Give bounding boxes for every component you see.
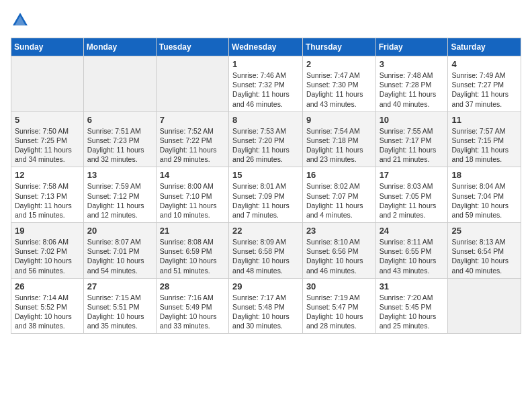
day-info: Sunrise: 7:51 AM Sunset: 7:23 PM Dayligh… xyxy=(87,126,152,165)
calendar-cell: 17Sunrise: 8:03 AM Sunset: 7:05 PM Dayli… xyxy=(375,167,448,223)
calendar-cell: 7Sunrise: 7:52 AM Sunset: 7:22 PM Daylig… xyxy=(156,111,228,167)
day-info: Sunrise: 7:19 AM Sunset: 5:47 PM Dayligh… xyxy=(306,293,372,331)
day-number: 26 xyxy=(15,281,80,291)
day-info: Sunrise: 8:00 AM Sunset: 7:10 PM Dayligh… xyxy=(160,181,225,220)
page-header xyxy=(11,11,521,30)
day-number: 2 xyxy=(306,59,372,69)
weekday-header-monday: Monday xyxy=(83,38,156,56)
day-info: Sunrise: 8:01 AM Sunset: 7:09 PM Dayligh… xyxy=(232,181,299,220)
calendar-week-2: 5Sunrise: 7:50 AM Sunset: 7:25 PM Daylig… xyxy=(11,111,521,167)
day-number: 1 xyxy=(232,59,299,69)
day-number: 16 xyxy=(306,170,372,180)
day-number: 12 xyxy=(15,170,80,180)
day-number: 21 xyxy=(160,226,225,236)
day-number: 13 xyxy=(87,170,152,180)
calendar-cell: 25Sunrise: 8:13 AM Sunset: 6:54 PM Dayli… xyxy=(448,223,521,279)
calendar-cell: 4Sunrise: 7:49 AM Sunset: 7:27 PM Daylig… xyxy=(448,56,521,112)
day-number: 14 xyxy=(160,170,225,180)
calendar-cell xyxy=(11,56,84,112)
calendar-cell: 13Sunrise: 7:59 AM Sunset: 7:12 PM Dayli… xyxy=(83,167,156,223)
day-number: 29 xyxy=(232,281,299,291)
calendar-cell xyxy=(156,56,228,112)
day-info: Sunrise: 7:59 AM Sunset: 7:12 PM Dayligh… xyxy=(87,181,152,220)
day-number: 31 xyxy=(380,281,445,291)
calendar-cell: 27Sunrise: 7:15 AM Sunset: 5:51 PM Dayli… xyxy=(83,278,156,334)
day-info: Sunrise: 7:14 AM Sunset: 5:52 PM Dayligh… xyxy=(15,293,80,331)
day-info: Sunrise: 7:55 AM Sunset: 7:17 PM Dayligh… xyxy=(380,126,445,165)
calendar-cell: 23Sunrise: 8:10 AM Sunset: 6:56 PM Dayli… xyxy=(302,223,375,279)
day-info: Sunrise: 7:48 AM Sunset: 7:28 PM Dayligh… xyxy=(380,71,445,109)
calendar-cell: 18Sunrise: 8:04 AM Sunset: 7:04 PM Dayli… xyxy=(448,167,521,223)
day-number: 17 xyxy=(380,170,445,180)
day-info: Sunrise: 7:50 AM Sunset: 7:25 PM Dayligh… xyxy=(15,126,80,165)
weekday-header-tuesday: Tuesday xyxy=(156,38,228,56)
weekday-header-sunday: Sunday xyxy=(11,38,84,56)
day-info: Sunrise: 7:54 AM Sunset: 7:18 PM Dayligh… xyxy=(306,126,372,165)
day-number: 22 xyxy=(232,226,299,236)
day-number: 7 xyxy=(160,115,225,125)
calendar-cell: 22Sunrise: 8:09 AM Sunset: 6:58 PM Dayli… xyxy=(229,223,303,279)
day-info: Sunrise: 8:07 AM Sunset: 7:01 PM Dayligh… xyxy=(87,237,152,275)
calendar-week-1: 1Sunrise: 7:46 AM Sunset: 7:32 PM Daylig… xyxy=(11,56,521,112)
day-info: Sunrise: 8:10 AM Sunset: 6:56 PM Dayligh… xyxy=(306,237,372,275)
day-number: 9 xyxy=(306,115,372,125)
calendar-cell: 3Sunrise: 7:48 AM Sunset: 7:28 PM Daylig… xyxy=(375,56,448,112)
day-info: Sunrise: 8:03 AM Sunset: 7:05 PM Dayligh… xyxy=(380,181,445,220)
day-info: Sunrise: 7:46 AM Sunset: 7:32 PM Dayligh… xyxy=(232,71,299,109)
calendar-cell: 19Sunrise: 8:06 AM Sunset: 7:02 PM Dayli… xyxy=(11,223,84,279)
calendar-cell: 21Sunrise: 8:08 AM Sunset: 6:59 PM Dayli… xyxy=(156,223,228,279)
calendar-week-3: 12Sunrise: 7:58 AM Sunset: 7:13 PM Dayli… xyxy=(11,167,521,223)
calendar-cell: 28Sunrise: 7:16 AM Sunset: 5:49 PM Dayli… xyxy=(156,278,228,334)
calendar-cell: 29Sunrise: 7:17 AM Sunset: 5:48 PM Dayli… xyxy=(229,278,303,334)
weekday-header-saturday: Saturday xyxy=(448,38,521,56)
day-number: 25 xyxy=(451,226,517,236)
calendar-cell: 2Sunrise: 7:47 AM Sunset: 7:30 PM Daylig… xyxy=(302,56,375,112)
day-number: 5 xyxy=(15,115,80,125)
calendar-cell: 16Sunrise: 8:02 AM Sunset: 7:07 PM Dayli… xyxy=(302,167,375,223)
weekday-header-thursday: Thursday xyxy=(302,38,375,56)
day-info: Sunrise: 7:47 AM Sunset: 7:30 PM Dayligh… xyxy=(306,71,372,109)
day-number: 24 xyxy=(380,226,445,236)
calendar-cell: 5Sunrise: 7:50 AM Sunset: 7:25 PM Daylig… xyxy=(11,111,84,167)
weekday-header-friday: Friday xyxy=(375,38,448,56)
day-number: 10 xyxy=(380,115,445,125)
day-number: 3 xyxy=(380,59,445,69)
day-info: Sunrise: 7:58 AM Sunset: 7:13 PM Dayligh… xyxy=(15,181,80,220)
calendar-cell: 1Sunrise: 7:46 AM Sunset: 7:32 PM Daylig… xyxy=(229,56,303,112)
day-number: 4 xyxy=(451,59,517,69)
calendar-cell: 20Sunrise: 8:07 AM Sunset: 7:01 PM Dayli… xyxy=(83,223,156,279)
day-number: 6 xyxy=(87,115,152,125)
calendar-cell: 6Sunrise: 7:51 AM Sunset: 7:23 PM Daylig… xyxy=(83,111,156,167)
calendar-cell: 10Sunrise: 7:55 AM Sunset: 7:17 PM Dayli… xyxy=(375,111,448,167)
day-info: Sunrise: 8:04 AM Sunset: 7:04 PM Dayligh… xyxy=(451,181,517,220)
calendar-cell: 9Sunrise: 7:54 AM Sunset: 7:18 PM Daylig… xyxy=(302,111,375,167)
calendar-table: SundayMondayTuesdayWednesdayThursdayFrid… xyxy=(11,38,521,334)
day-info: Sunrise: 7:52 AM Sunset: 7:22 PM Dayligh… xyxy=(160,126,225,165)
day-info: Sunrise: 8:13 AM Sunset: 6:54 PM Dayligh… xyxy=(451,237,517,275)
calendar-cell: 8Sunrise: 7:53 AM Sunset: 7:20 PM Daylig… xyxy=(229,111,303,167)
day-info: Sunrise: 8:09 AM Sunset: 6:58 PM Dayligh… xyxy=(232,237,299,275)
day-number: 15 xyxy=(232,170,299,180)
calendar-week-4: 19Sunrise: 8:06 AM Sunset: 7:02 PM Dayli… xyxy=(11,223,521,279)
logo xyxy=(11,11,32,30)
day-info: Sunrise: 8:06 AM Sunset: 7:02 PM Dayligh… xyxy=(15,237,80,275)
day-info: Sunrise: 7:49 AM Sunset: 7:27 PM Dayligh… xyxy=(451,71,517,109)
calendar-cell xyxy=(83,56,156,112)
day-number: 11 xyxy=(451,115,517,125)
logo-icon xyxy=(11,11,30,30)
day-info: Sunrise: 7:16 AM Sunset: 5:49 PM Dayligh… xyxy=(160,293,225,331)
day-number: 28 xyxy=(160,281,225,291)
day-number: 23 xyxy=(306,226,372,236)
day-info: Sunrise: 8:11 AM Sunset: 6:55 PM Dayligh… xyxy=(380,237,445,275)
day-number: 27 xyxy=(87,281,152,291)
calendar-cell: 31Sunrise: 7:20 AM Sunset: 5:45 PM Dayli… xyxy=(375,278,448,334)
calendar-cell: 24Sunrise: 8:11 AM Sunset: 6:55 PM Dayli… xyxy=(375,223,448,279)
calendar-cell: 12Sunrise: 7:58 AM Sunset: 7:13 PM Dayli… xyxy=(11,167,84,223)
calendar-cell: 26Sunrise: 7:14 AM Sunset: 5:52 PM Dayli… xyxy=(11,278,84,334)
day-info: Sunrise: 7:17 AM Sunset: 5:48 PM Dayligh… xyxy=(232,293,299,331)
day-info: Sunrise: 7:20 AM Sunset: 5:45 PM Dayligh… xyxy=(380,293,445,331)
day-info: Sunrise: 8:08 AM Sunset: 6:59 PM Dayligh… xyxy=(160,237,225,275)
weekday-header-wednesday: Wednesday xyxy=(229,38,303,56)
day-info: Sunrise: 7:57 AM Sunset: 7:15 PM Dayligh… xyxy=(451,126,517,165)
day-number: 20 xyxy=(87,226,152,236)
